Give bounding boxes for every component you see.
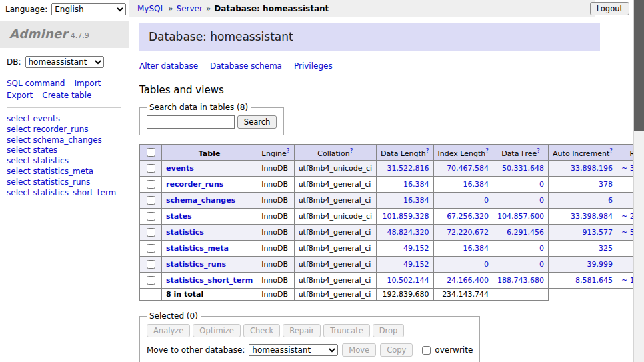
- selected-action-button[interactable]: Drop: [373, 324, 405, 337]
- scrollbar-thumb[interactable]: [634, 0, 644, 131]
- database-action-link[interactable]: Alter database: [139, 61, 198, 71]
- move-button[interactable]: Move: [342, 343, 376, 357]
- table-row: schema_changes InnoDB utf8mb4_general_ci…: [140, 193, 634, 209]
- rows-count-cell[interactable]: ~ 5: [617, 177, 634, 193]
- rows-count-cell[interactable]: ~ 569,159: [617, 225, 634, 241]
- column-header: Data Free?: [493, 145, 549, 161]
- data-free-cell: 104,857,600: [493, 209, 549, 225]
- auto-increment-cell: 913,577: [549, 225, 617, 241]
- collation-cell: utf8mb4_general_ci: [294, 257, 376, 273]
- selected-action-button[interactable]: Check: [243, 324, 280, 337]
- help-link[interactable]: ?: [350, 147, 353, 154]
- row-checkbox[interactable]: [147, 164, 155, 173]
- rows-count-cell[interactable]: ~ 628: [617, 257, 634, 273]
- rows-count-cell[interactable]: ~ 3: [617, 193, 634, 209]
- help-link[interactable]: ?: [609, 147, 613, 154]
- row-checkbox[interactable]: [147, 212, 155, 221]
- table-name-link[interactable]: statistics_runs: [166, 260, 226, 269]
- help-link[interactable]: ?: [287, 147, 290, 154]
- selected-action-button[interactable]: Analyze: [147, 324, 190, 337]
- table-name-link[interactable]: states: [166, 212, 192, 221]
- sidebar-action-link[interactable]: Export: [7, 91, 33, 100]
- auto-increment-cell: 33,898,196: [549, 161, 617, 177]
- row-checkbox[interactable]: [147, 228, 155, 237]
- help-link[interactable]: ?: [537, 147, 540, 154]
- table-name-cell: states: [162, 209, 257, 225]
- row-checkbox-cell: [140, 193, 162, 209]
- tables-and-views-heading: Tables and views: [139, 84, 633, 96]
- sidebar-action-link[interactable]: Create table: [42, 91, 91, 100]
- vertical-scrollbar[interactable]: [633, 0, 644, 362]
- help-link[interactable]: ?: [426, 147, 429, 154]
- column-header: Table: [162, 145, 257, 161]
- sidebar-action-link[interactable]: SQL command: [7, 79, 65, 88]
- row-checkbox-cell: [140, 257, 162, 273]
- sidebar-select-table-link[interactable]: select schema_changes: [7, 135, 121, 146]
- rows-count-cell[interactable]: ~ 312,180: [617, 161, 634, 177]
- row-checkbox[interactable]: [147, 180, 155, 189]
- copy-button[interactable]: Copy: [380, 343, 413, 357]
- selected-action-button[interactable]: Optimize: [193, 324, 241, 337]
- sidebar-select-table-link[interactable]: select recorder_runs: [7, 125, 121, 135]
- selected-legend: Selected (0): [147, 311, 201, 321]
- rows-count-cell[interactable]: ~ 136,108: [617, 273, 634, 289]
- row-checkbox-cell: [140, 209, 162, 225]
- database-action-link[interactable]: Database schema: [210, 61, 282, 71]
- logout-button[interactable]: Logout: [590, 2, 629, 15]
- move-database-select[interactable]: homeassistant: [249, 344, 338, 356]
- database-action-links: Alter databaseDatabase schemaPrivileges: [139, 61, 633, 71]
- search-button[interactable]: Search: [237, 115, 277, 129]
- main-area: MySQL » Server » Database: homeassistant…: [129, 0, 633, 362]
- sidebar-select-table-link[interactable]: select statistics_runs: [7, 177, 121, 188]
- sidebar-select-table-link[interactable]: select events: [7, 114, 121, 125]
- selected-action-buttons: AnalyzeOptimizeCheckRepairTruncateDrop: [147, 324, 473, 337]
- collation-cell: utf8mb4_unicode_ci: [294, 161, 376, 177]
- rows-count-cell[interactable]: ~ 244: [617, 241, 634, 257]
- db-select[interactable]: homeassistant: [25, 56, 104, 68]
- brand-block: Adminer4.7.9: [0, 21, 129, 48]
- breadcrumb-current: Database: homeassistant: [214, 4, 329, 13]
- table-name-link[interactable]: events: [166, 164, 194, 173]
- database-action-link[interactable]: Privileges: [294, 61, 333, 71]
- table-name-link[interactable]: recorder_runs: [166, 180, 223, 189]
- data-free-cell: 0: [493, 177, 549, 193]
- header-checkbox-cell: [140, 145, 162, 161]
- sidebar-select-table-link[interactable]: select statistics_meta: [7, 167, 121, 177]
- help-link[interactable]: ?: [485, 147, 489, 154]
- breadcrumb: MySQL » Server » Database: homeassistant: [129, 0, 595, 17]
- rows-count-cell[interactable]: ~ 299,833: [617, 209, 634, 225]
- row-checkbox[interactable]: [147, 196, 155, 205]
- table-name-link[interactable]: statistics_meta: [166, 244, 229, 253]
- sidebar-select-table-link[interactable]: select states: [7, 145, 121, 156]
- auto-increment-cell: 6: [549, 193, 617, 209]
- adminer-logo: Adminer: [9, 27, 68, 41]
- search-input[interactable]: [147, 115, 235, 129]
- row-checkbox[interactable]: [147, 276, 155, 285]
- table-row: states InnoDB utf8mb4_unicode_ci 101,859…: [140, 209, 634, 225]
- table-name-link[interactable]: schema_changes: [166, 196, 235, 205]
- top-bar: MySQL » Server » Database: homeassistant…: [129, 0, 633, 17]
- sidebar-select-table-link[interactable]: select statistics_short_term: [7, 188, 121, 199]
- sidebar-select-table-link[interactable]: select statistics: [7, 156, 121, 167]
- total-engine: InnoDB: [257, 289, 294, 301]
- breadcrumb-mysql-link[interactable]: MySQL: [137, 4, 165, 13]
- language-select[interactable]: English: [51, 3, 126, 15]
- row-checkbox-cell: [140, 161, 162, 177]
- breadcrumb-server-link[interactable]: Server: [177, 4, 203, 13]
- auto-increment-cell: 8,581,645: [549, 273, 617, 289]
- data-free-cell: 0: [493, 193, 549, 209]
- overwrite-checkbox[interactable]: [422, 346, 431, 355]
- column-header: Auto Increment?: [549, 145, 617, 161]
- sidebar-action-link[interactable]: Import: [74, 79, 101, 88]
- data-length-cell: 16,384: [377, 177, 433, 193]
- select-all-checkbox[interactable]: [147, 148, 155, 157]
- selected-action-button[interactable]: Repair: [283, 324, 321, 337]
- table-name-link[interactable]: statistics_short_term: [166, 276, 253, 285]
- table-name-link[interactable]: statistics: [166, 228, 204, 237]
- auto-increment-cell: 325: [549, 241, 617, 257]
- row-checkbox[interactable]: [147, 244, 155, 253]
- logout-zone: Logout: [595, 0, 633, 17]
- row-checkbox[interactable]: [147, 260, 155, 269]
- selected-action-button[interactable]: Truncate: [323, 324, 370, 337]
- table-row: recorder_runs InnoDB utf8mb4_general_ci …: [140, 177, 634, 193]
